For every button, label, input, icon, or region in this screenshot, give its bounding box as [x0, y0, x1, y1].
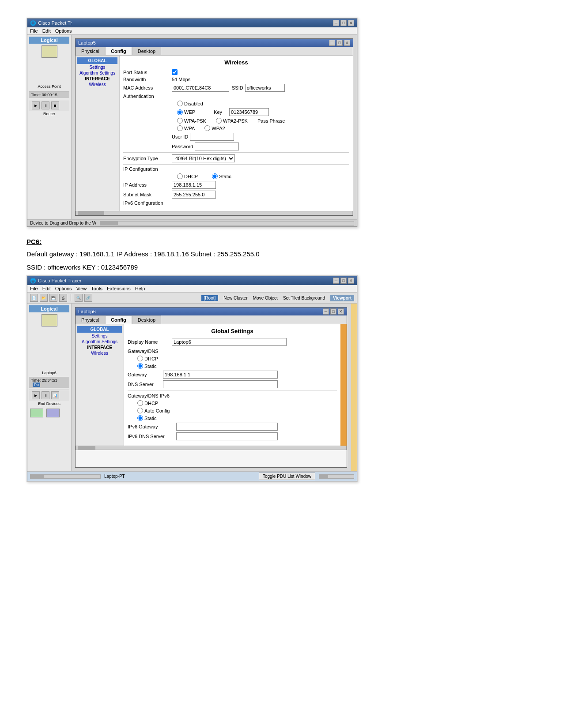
- wpa-psk-radio[interactable]: [177, 118, 183, 124]
- gw-static-radio-item[interactable]: Static: [137, 363, 157, 369]
- menu-edit[interactable]: Edit: [42, 28, 51, 34]
- encryption-select[interactable]: 40/64-Bit(10 Hex digits): [172, 154, 235, 162]
- new-cluster-btn[interactable]: New Cluster: [223, 296, 247, 300]
- menu-file[interactable]: File: [30, 28, 38, 34]
- cpt2-status-btn[interactable]: Po: [33, 383, 40, 387]
- ipv6-auto-radio[interactable]: [137, 408, 143, 413]
- nav-algorithm[interactable]: Algorithm Settings: [77, 71, 117, 75]
- menu-options[interactable]: Options: [55, 28, 72, 34]
- logical-label[interactable]: Logical: [29, 37, 69, 44]
- disabled-radio-item[interactable]: Disabled: [177, 101, 203, 106]
- cpt2-bottom-icon-1[interactable]: ▶: [32, 391, 40, 399]
- toolbar-icon-2[interactable]: ⏸: [42, 101, 49, 109]
- laptop6-scrollbar-h[interactable]: [76, 446, 347, 450]
- dhcp-radio[interactable]: [177, 173, 183, 179]
- toggle-pdu-btn[interactable]: Toggle PDU List Window: [259, 473, 315, 480]
- ipv6-dhcp-radio[interactable]: [137, 400, 143, 406]
- cpt2-toolbar-icon-5[interactable]: 🔍: [75, 294, 83, 302]
- bottom-scrollbar[interactable]: [100, 221, 354, 225]
- cpt2-toolbar-icon-6[interactable]: 🔗: [84, 294, 92, 302]
- cpt2-menu-tools[interactable]: Tools: [91, 286, 102, 291]
- nav-settings[interactable]: Settings: [77, 65, 117, 70]
- userid-input[interactable]: [190, 133, 234, 141]
- dhcp-radio-item[interactable]: DHCP: [177, 173, 198, 179]
- cpt2-right-scroll[interactable]: [319, 474, 354, 479]
- ipv6-dhcp-radio-item[interactable]: DHCP: [137, 400, 158, 406]
- cpt2-bottom-icon-3[interactable]: 📊: [51, 391, 59, 399]
- laptop6-tab-config[interactable]: Config: [105, 315, 132, 324]
- cpt2-minimize[interactable]: ─: [333, 278, 339, 284]
- cpt2-menu-help[interactable]: Help: [135, 286, 145, 291]
- set-tiled-bg-btn[interactable]: Set Tiled Background: [283, 296, 325, 300]
- laptop6-minimize[interactable]: ─: [323, 308, 329, 315]
- disabled-radio[interactable]: [177, 101, 183, 106]
- inner-scrollbar-h[interactable]: [76, 211, 353, 215]
- wpa2-psk-radio-item[interactable]: WPA2-PSK: [216, 118, 248, 124]
- dns-server-input[interactable]: [163, 380, 278, 388]
- ip-address-input[interactable]: [172, 181, 216, 189]
- maximize-btn[interactable]: □: [340, 20, 347, 26]
- laptop6-nav-settings[interactable]: Settings: [77, 334, 122, 338]
- inner-close[interactable]: ✕: [344, 40, 350, 46]
- wpa-psk-radio-item[interactable]: WPA-PSK: [177, 118, 206, 124]
- tab-config[interactable]: Config: [105, 47, 132, 55]
- password-input[interactable]: [195, 143, 239, 150]
- inner-laptop6-window: Laptop6 ─ □ ✕ Physical Config Desktop GL…: [75, 307, 347, 468]
- static-radio-item[interactable]: Static: [212, 173, 231, 179]
- close-btn[interactable]: ✕: [348, 20, 354, 26]
- key-input[interactable]: [229, 108, 269, 116]
- port-status-checkbox[interactable]: [172, 69, 179, 75]
- cpt2-toolbar-icon-1[interactable]: 📄: [30, 294, 38, 302]
- ipv6-auto-radio-item[interactable]: Auto Config: [137, 408, 170, 413]
- cpt2-toolbar-icon-3[interactable]: 💾: [49, 294, 57, 302]
- ipv6-dns-input[interactable]: [176, 432, 278, 440]
- subnet-input[interactable]: [172, 191, 216, 199]
- cpt2-maximize[interactable]: □: [340, 278, 347, 284]
- laptop6-nav-algorithm[interactable]: Algorithm Settings: [77, 339, 122, 344]
- gw-dhcp-radio[interactable]: [137, 356, 143, 361]
- wep-radio[interactable]: [177, 109, 183, 115]
- laptop6-nav-wireless[interactable]: Wireless: [77, 351, 122, 356]
- wpa2-radio-item[interactable]: WPA2: [204, 125, 225, 131]
- tab-physical[interactable]: Physical: [76, 47, 105, 55]
- inner-minimize[interactable]: ─: [329, 40, 335, 46]
- gw-static-radio[interactable]: [137, 363, 143, 369]
- cpt2-menu-options[interactable]: Options: [55, 286, 72, 291]
- ssid-input[interactable]: [245, 84, 285, 92]
- cpt2-menu-file[interactable]: File: [30, 286, 38, 291]
- ipv6-static-radio-item[interactable]: Static: [137, 415, 157, 421]
- ipv6-gateway-input[interactable]: [176, 423, 278, 431]
- toolbar-icon-1[interactable]: ▶: [32, 101, 40, 109]
- cpt2-menu-edit[interactable]: Edit: [42, 286, 51, 291]
- cpt2-logical-label[interactable]: Logical: [29, 305, 69, 312]
- wpa2-psk-radio[interactable]: [216, 118, 222, 124]
- wep-radio-item[interactable]: WEP: [177, 109, 195, 115]
- ipv6-static-radio[interactable]: [137, 415, 143, 421]
- gw-dhcp-radio-item[interactable]: DHCP: [137, 356, 158, 361]
- gateway-input[interactable]: [163, 371, 278, 379]
- cpt2-menu-extensions[interactable]: Extensions: [107, 286, 131, 291]
- laptop6-tab-desktop[interactable]: Desktop: [132, 315, 161, 324]
- display-name-input[interactable]: [172, 338, 287, 346]
- tab-desktop[interactable]: Desktop: [132, 47, 161, 55]
- wpa-radio-item[interactable]: WPA: [177, 125, 195, 131]
- wpa2-radio[interactable]: [204, 125, 210, 131]
- cpt2-toolbar-icon-2[interactable]: 📂: [40, 294, 48, 302]
- laptop6-close[interactable]: ✕: [338, 308, 344, 315]
- move-object-btn[interactable]: Move Object: [253, 296, 278, 300]
- minimize-btn[interactable]: ─: [333, 20, 339, 26]
- wpa-radio[interactable]: [177, 125, 183, 131]
- laptop6-tab-physical[interactable]: Physical: [76, 315, 105, 324]
- cpt2-left-scroll[interactable]: [30, 474, 101, 479]
- laptop6-maximize[interactable]: □: [330, 308, 336, 315]
- cpt2-menu-view[interactable]: View: [76, 286, 87, 291]
- static-radio[interactable]: [212, 173, 218, 179]
- inner-maximize[interactable]: □: [336, 40, 343, 46]
- cpt2-close[interactable]: ✕: [348, 278, 354, 284]
- toolbar-icon-3[interactable]: ⏹: [51, 101, 59, 109]
- mac-input[interactable]: [172, 84, 229, 92]
- cpt2-toolbar-icon-4[interactable]: 🖨: [59, 294, 67, 302]
- cpt2-bottom-icon-2[interactable]: ⏸: [42, 391, 49, 399]
- nav-wireless[interactable]: Wireless: [77, 82, 117, 87]
- port-status-check[interactable]: [172, 69, 178, 75]
